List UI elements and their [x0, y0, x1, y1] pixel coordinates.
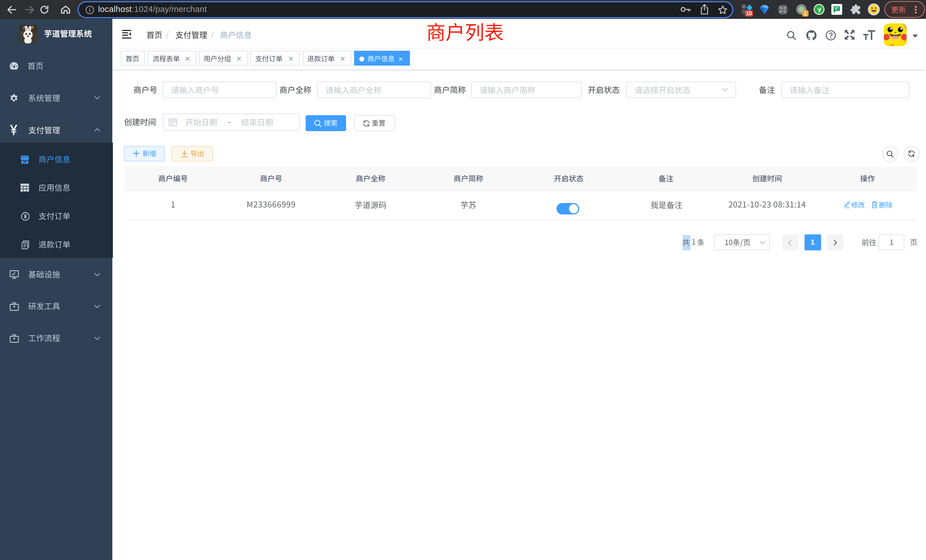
svg-text:1: 1	[804, 11, 807, 17]
svg-text:10: 10	[746, 11, 752, 16]
